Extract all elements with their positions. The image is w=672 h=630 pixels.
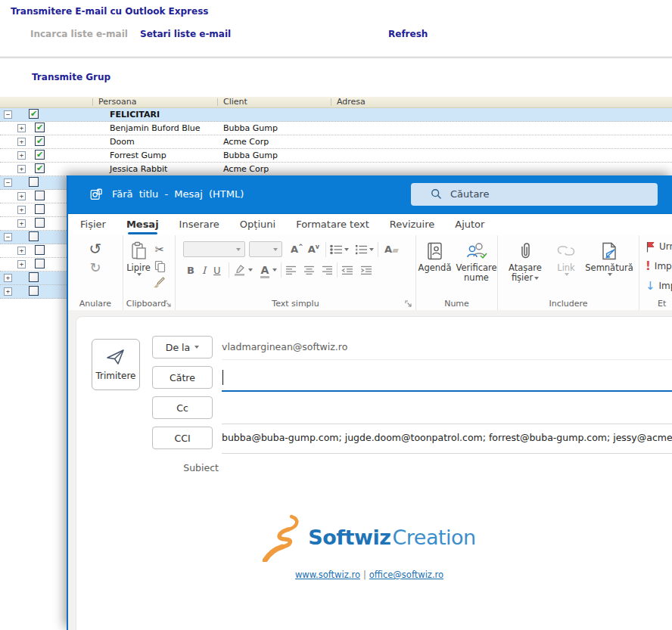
- expand-toggle[interactable]: +: [17, 219, 26, 228]
- expand-toggle[interactable]: +: [4, 287, 12, 296]
- bold-button[interactable]: B: [183, 265, 198, 276]
- highlight-pen-icon[interactable]: [233, 264, 247, 276]
- row-checkbox[interactable]: [29, 109, 39, 119]
- website-link[interactable]: www.softwiz.ro: [295, 569, 360, 580]
- row-checkbox[interactable]: [35, 150, 45, 160]
- search-input[interactable]: Căutare: [411, 183, 658, 206]
- chevron-down-icon[interactable]: [248, 268, 253, 272]
- italic-button[interactable]: I: [198, 265, 210, 276]
- expand-toggle[interactable]: +: [17, 151, 26, 160]
- address-book-button[interactable]: Agendă: [418, 241, 453, 283]
- check-names-button[interactable]: Verificare nume: [457, 241, 496, 283]
- redo-icon[interactable]: ↻: [89, 261, 101, 275]
- align-center-icon[interactable]: [303, 265, 315, 275]
- expand-toggle[interactable]: +: [17, 247, 26, 255]
- format-painter-icon[interactable]: [154, 276, 166, 288]
- send-button[interactable]: Trimitere: [92, 339, 140, 390]
- from-value[interactable]: vladmarginean@softwiz.ro: [222, 341, 347, 352]
- chevron-down-icon[interactable]: [272, 268, 277, 272]
- person-row[interactable]: +Benjamin Buford BlueBubba Gump: [0, 122, 672, 135]
- font-color-button[interactable]: A: [259, 264, 272, 276]
- text-dialog-launcher-icon[interactable]: [405, 300, 412, 308]
- row-checkbox[interactable]: [35, 204, 45, 214]
- align-left-icon[interactable]: [285, 265, 297, 275]
- row-checkbox[interactable]: [29, 231, 39, 241]
- expand-toggle[interactable]: +: [17, 260, 26, 268]
- refresh-button[interactable]: Refresh: [388, 29, 428, 39]
- increase-indent-icon[interactable]: [360, 265, 372, 275]
- decrease-indent-icon[interactable]: [341, 265, 353, 275]
- numbered-list-icon[interactable]: [355, 244, 368, 255]
- collapse-toggle[interactable]: −: [4, 110, 12, 119]
- expand-toggle[interactable]: +: [17, 165, 26, 173]
- row-checkbox[interactable]: [35, 123, 45, 132]
- tab-mesaj[interactable]: Mesaj: [126, 214, 159, 235]
- expand-toggle[interactable]: +: [17, 206, 26, 214]
- row-checkbox[interactable]: [29, 286, 39, 296]
- bcc-value[interactable]: bubba@buba-gump.com; jugde.doom@toonpatr…: [222, 432, 672, 443]
- bcc-button[interactable]: CCI: [152, 427, 213, 449]
- align-right-icon[interactable]: [322, 265, 333, 275]
- shrink-font-button[interactable]: Av: [306, 244, 322, 255]
- high-importance-label: Impo: [655, 261, 672, 272]
- low-importance-button[interactable]: ↓ Impo: [646, 278, 672, 294]
- cc-button[interactable]: Cc: [152, 396, 213, 419]
- tab-formatare-text[interactable]: Formatare text: [296, 214, 369, 235]
- high-importance-button[interactable]: ! Impo: [646, 258, 672, 275]
- undo-icon[interactable]: ↺: [89, 241, 102, 256]
- email-link[interactable]: office@softwiz.ro: [369, 569, 443, 580]
- persoana-cell: FELICITARI: [110, 108, 160, 121]
- chevron-down-icon[interactable]: [369, 248, 374, 251]
- subject-label[interactable]: Subiect: [160, 462, 219, 473]
- tab-inserare[interactable]: Inserare: [179, 214, 219, 235]
- collapse-toggle[interactable]: −: [4, 178, 12, 187]
- link-button[interactable]: Link: [552, 241, 580, 283]
- column-header-adresa[interactable]: Adresa: [337, 97, 366, 107]
- expand-toggle[interactable]: +: [4, 274, 12, 282]
- clear-formatting-button[interactable]: A: [382, 244, 400, 255]
- from-button[interactable]: De la: [152, 336, 213, 358]
- field-underline: [222, 453, 672, 454]
- chevron-down-icon[interactable]: [344, 248, 349, 251]
- clipboard-dialog-launcher-icon[interactable]: [164, 300, 172, 308]
- to-button[interactable]: Către: [152, 366, 213, 389]
- tab-ajutor[interactable]: Ajutor: [455, 214, 484, 235]
- signature-button[interactable]: Semnătură: [586, 241, 633, 283]
- row-checkbox[interactable]: [35, 259, 45, 268]
- copy-icon[interactable]: [154, 260, 166, 272]
- person-row[interactable]: +Forrest GumpBubba Gump: [0, 149, 672, 163]
- expand-toggle[interactable]: +: [17, 192, 26, 200]
- column-header-persoana[interactable]: Persoana: [98, 97, 136, 107]
- titlebar[interactable]: Fără titlu - Mesaj (HTML) Căutare: [68, 175, 672, 214]
- person-row[interactable]: +DoomAcme Corp: [0, 135, 672, 149]
- settings-lists-button[interactable]: Setari liste e-mail: [140, 29, 231, 39]
- collapse-toggle[interactable]: −: [4, 233, 12, 241]
- attach-file-button[interactable]: Atașare fișier: [504, 241, 546, 283]
- font-name-combobox[interactable]: [183, 241, 245, 257]
- expand-toggle[interactable]: +: [17, 124, 26, 132]
- expand-toggle[interactable]: +: [17, 138, 26, 146]
- tab-revizuire[interactable]: Revizuire: [390, 214, 434, 235]
- tab-fisier[interactable]: Fișier: [80, 214, 106, 235]
- tab-optiuni[interactable]: Opțiuni: [240, 214, 275, 235]
- row-checkbox[interactable]: [29, 177, 39, 187]
- row-checkbox[interactable]: [35, 163, 45, 173]
- paste-button[interactable]: Lipire: [123, 241, 154, 288]
- follow-up-button[interactable]: Urmă: [646, 238, 672, 255]
- high-importance-icon: !: [646, 259, 651, 273]
- row-checkbox[interactable]: [35, 245, 45, 255]
- row-checkbox[interactable]: [35, 218, 45, 228]
- row-checkbox[interactable]: [29, 272, 39, 282]
- row-checkbox[interactable]: [35, 191, 45, 200]
- person-row[interactable]: +Jessica RabbitAcme Corp: [0, 163, 672, 176]
- bullet-list-icon[interactable]: [330, 244, 343, 255]
- group-row[interactable]: −FELICITARI: [0, 108, 672, 122]
- underline-button[interactable]: U: [210, 265, 225, 276]
- column-header-client[interactable]: Client: [223, 97, 247, 107]
- load-lists-button[interactable]: Incarca liste e-mail: [30, 29, 128, 39]
- send-group-button[interactable]: Transmite Grup: [32, 72, 110, 82]
- font-size-combobox[interactable]: [249, 241, 282, 257]
- row-checkbox[interactable]: [35, 136, 45, 146]
- cut-icon[interactable]: ✂: [155, 243, 165, 256]
- grow-font-button[interactable]: A^: [288, 244, 306, 255]
